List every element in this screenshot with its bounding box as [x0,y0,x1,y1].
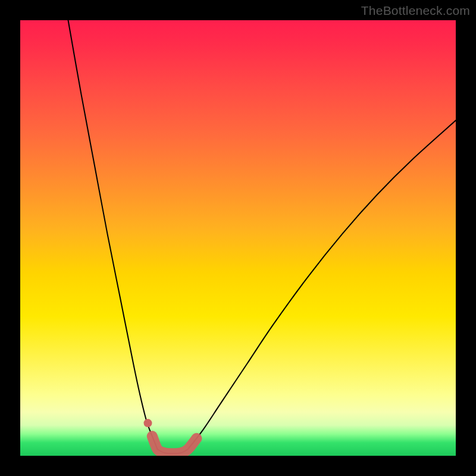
right-branch-curve [188,120,456,449]
left-branch-curve [68,20,158,449]
highlight-segment [152,436,197,453]
chart-frame: TheBottleneck.com [0,0,476,476]
highlight-dot [143,419,152,427]
plot-area [20,20,456,456]
watermark-text: TheBottleneck.com [361,4,470,18]
curve-layer [20,20,456,456]
